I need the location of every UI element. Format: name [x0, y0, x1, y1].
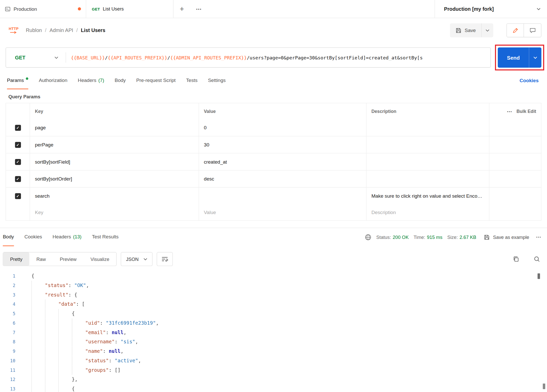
line-number: 5 — [0, 309, 22, 319]
response-tab-body[interactable]: Body — [3, 228, 14, 246]
code-line: 6"uid": "31fc6991fe23b19", — [0, 318, 547, 328]
placeholder-meta-cell — [489, 204, 541, 220]
param-description-cell[interactable] — [366, 119, 489, 136]
code-token: : — [68, 281, 74, 290]
view-tab-raw[interactable]: Raw — [29, 252, 53, 266]
param-value-cell[interactable]: desc — [199, 171, 366, 187]
code-token: : { — [68, 290, 77, 300]
save-as-example-button[interactable]: Save as example — [484, 234, 529, 240]
param-value-cell[interactable] — [199, 188, 366, 204]
query-params-title: Query Params — [8, 94, 539, 99]
save-options-button[interactable] — [481, 23, 493, 37]
param-meta-cell — [489, 153, 541, 170]
code-token: "sis" — [120, 337, 135, 347]
environment-selector[interactable]: Production [my fork] — [434, 0, 547, 18]
http-protocol-icon: HTTP — [8, 27, 19, 34]
param-value-cell[interactable]: 0 — [199, 119, 366, 136]
param-key-cell[interactable]: sortBy[sortField] — [30, 153, 199, 170]
search-response-button[interactable] — [534, 256, 540, 262]
param-description-cell[interactable] — [366, 136, 489, 153]
param-description-cell[interactable]: Make sure to click right on value and se… — [366, 188, 489, 204]
params-more-icon[interactable]: ••• — [507, 109, 512, 113]
view-tab-visualize[interactable]: Visualize — [84, 252, 116, 266]
param-enabled-checkbox[interactable] — [15, 176, 21, 182]
unsaved-changes-dot — [78, 7, 81, 10]
response-format-select[interactable]: JSON — [121, 252, 153, 266]
indent-guide — [32, 337, 45, 347]
edit-request-button[interactable] — [507, 24, 524, 37]
copy-response-button[interactable] — [513, 256, 519, 262]
param-description-cell[interactable] — [366, 153, 489, 170]
app-tab-bar: Production GET List Users + ••• Producti… — [0, 0, 547, 18]
breadcrumb-collection[interactable]: Admin API — [49, 28, 73, 33]
param-description-placeholder[interactable]: Description — [366, 204, 489, 220]
page-scrollbar-thumb[interactable] — [543, 384, 545, 389]
wrap-text-button[interactable] — [157, 252, 173, 266]
open-request-tab[interactable]: GET List Users — [86, 0, 173, 18]
param-value-cell[interactable]: 30 — [199, 136, 366, 153]
param-value-placeholder[interactable]: Value — [199, 204, 366, 220]
send-options-button[interactable] — [529, 47, 541, 68]
cookies-link[interactable]: Cookies — [520, 78, 539, 83]
tab-params[interactable]: Params — [7, 72, 28, 89]
indent-guide — [32, 290, 45, 300]
tab-headers[interactable]: Headers(7) — [78, 72, 104, 89]
code-line: 8"username": "sis", — [0, 337, 547, 347]
tab-tests[interactable]: Tests — [186, 72, 198, 89]
param-key-cell[interactable]: sortBy[sortOrder] — [30, 171, 199, 187]
param-key-cell[interactable]: search — [30, 188, 199, 204]
line-content: "email": null, — [22, 328, 126, 337]
method-selector[interactable]: GET — [6, 48, 66, 67]
param-key-cell[interactable]: perPage — [30, 136, 199, 153]
params-table: Key Value Description ••• Bulk Edit page… — [6, 103, 541, 221]
tab-pre-request-script[interactable]: Pre-request Script — [136, 72, 176, 89]
save-button[interactable]: Save — [450, 23, 481, 37]
param-key-cell[interactable]: page — [30, 119, 199, 136]
bulk-edit-button[interactable]: Bulk Edit — [516, 109, 536, 114]
breadcrumb-current[interactable]: List Users — [81, 28, 105, 33]
code-token: "email" — [85, 328, 106, 337]
indent-guide — [72, 337, 85, 347]
line-content: { — [22, 384, 75, 392]
url-variable: {{ADMIN_API_ROUTES_PREFIX}} — [170, 55, 247, 60]
send-button-label: Send — [507, 55, 520, 60]
response-more-icon[interactable]: ••• — [536, 235, 541, 239]
param-value-cell[interactable]: created_at — [199, 153, 366, 170]
indent-guide — [32, 365, 45, 375]
response-tab-cookies[interactable]: Cookies — [24, 228, 42, 246]
send-button-group: Send — [498, 47, 541, 68]
url-input[interactable]: {{BASE_URL}}/{{API_ROUTES_PREFIX}}/{{ADM… — [66, 55, 490, 60]
line-content: "username": "sis", — [22, 337, 138, 347]
copy-icon — [513, 256, 519, 262]
response-tab-test-results[interactable]: Test Results — [92, 228, 119, 246]
tab-more-options-icon[interactable]: ••• — [190, 0, 208, 18]
response-tab-headers[interactable]: Headers(13) — [53, 228, 82, 246]
param-description-cell[interactable] — [366, 171, 489, 187]
view-tab-preview[interactable]: Preview — [53, 252, 84, 266]
url-variable: {{BASE_URL}} — [71, 55, 105, 60]
line-number: 10 — [0, 356, 22, 365]
tab-count-badge: (7) — [98, 78, 104, 83]
new-tab-button[interactable]: + — [174, 0, 190, 18]
indent-guide — [32, 347, 45, 356]
tab-settings[interactable]: Settings — [208, 72, 226, 89]
view-tab-pretty[interactable]: Pretty — [3, 252, 29, 266]
chevron-down-icon — [485, 29, 489, 32]
param-enabled-checkbox[interactable] — [15, 159, 21, 165]
tab-authorization[interactable]: Authorization — [39, 72, 67, 89]
tab-label: Body — [115, 77, 126, 83]
code-token: "username" — [85, 337, 115, 347]
code-token: "status" — [85, 356, 109, 365]
workspace-tab[interactable]: Production — [0, 0, 86, 18]
comment-button[interactable] — [524, 24, 541, 37]
param-key-placeholder[interactable]: Key — [30, 204, 199, 220]
tab-body[interactable]: Body — [115, 72, 126, 89]
tab-label: Params — [7, 77, 24, 83]
param-enabled-checkbox[interactable] — [15, 142, 21, 148]
status-label: Status: — [376, 235, 391, 240]
param-enabled-checkbox[interactable] — [15, 125, 21, 131]
breadcrumb-workspace[interactable]: Rublon — [26, 28, 42, 33]
send-button[interactable]: Send — [498, 47, 529, 68]
code-scrollbar-thumb[interactable] — [538, 273, 540, 279]
param-enabled-checkbox[interactable] — [15, 193, 21, 199]
